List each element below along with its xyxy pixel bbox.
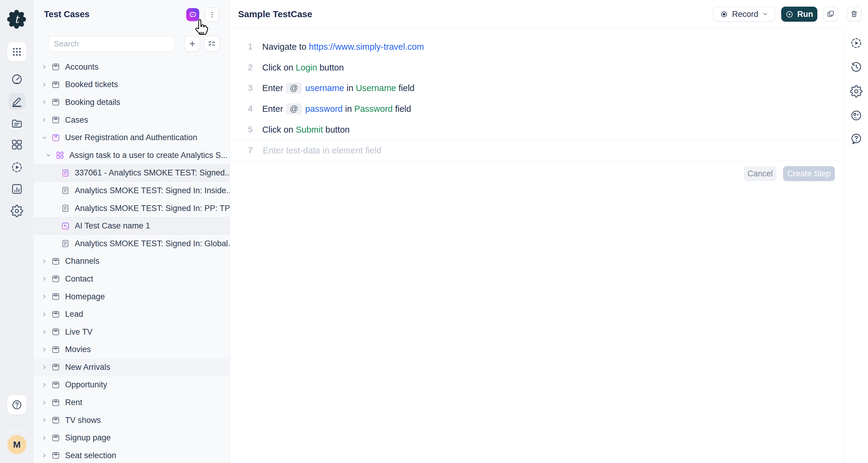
new-step-input[interactable] <box>262 145 625 156</box>
record-icon <box>720 10 728 19</box>
test-data-chip: @ <box>286 103 301 115</box>
step-segment-plain: Navigate to <box>262 42 309 52</box>
tree-item[interactable]: Assign task to a user to create Analytic… <box>34 147 230 164</box>
nav-dashboard-button[interactable] <box>10 72 24 87</box>
tree-item[interactable]: User Registration and Authentication <box>34 129 230 147</box>
tree-item[interactable]: Booked tickets <box>34 76 230 94</box>
bulk-select-button[interactable] <box>204 36 220 52</box>
chevron-right-icon <box>41 117 48 123</box>
tree-item-label: Analytics SMOKE TEST: Signed In: Global.… <box>75 239 230 248</box>
create-step-button[interactable]: Create Step <box>783 166 835 181</box>
step-segment-plain: in <box>343 104 354 114</box>
nav-settings-button[interactable] <box>10 204 24 218</box>
test-step-row[interactable]: 4 Enter @password in Password field <box>230 99 844 119</box>
tree-item[interactable]: Analytics SMOKE TEST: Signed In: PP: TP.… <box>34 199 230 217</box>
rail-feedback-button[interactable] <box>849 108 864 123</box>
logo-icon: t <box>7 10 26 29</box>
tree-item[interactable]: Analytics SMOKE TEST: Signed In: Inside.… <box>34 182 230 199</box>
user-avatar[interactable]: M <box>7 435 27 454</box>
package-icon <box>51 62 60 71</box>
right-tool-rail <box>844 0 868 463</box>
delete-button[interactable] <box>847 7 861 21</box>
tree-item-label: Rent <box>65 398 82 407</box>
tree-item[interactable]: Rent <box>34 394 230 411</box>
plus-icon <box>188 39 196 48</box>
test-steps-list: 1 Navigate to https://www.simply-travel.… <box>230 28 844 181</box>
nav-reports-button[interactable] <box>10 182 24 196</box>
help-icon <box>11 399 23 410</box>
cancel-button[interactable]: Cancel <box>744 166 776 181</box>
package-icon <box>51 80 60 89</box>
step-segment-plain: field <box>393 104 411 114</box>
doc-icon <box>61 239 70 248</box>
duplicate-button[interactable] <box>824 7 838 21</box>
step-segment-plain: Enter <box>262 83 285 93</box>
more-options-button[interactable] <box>205 7 219 22</box>
nav-folder-button[interactable] <box>10 116 24 131</box>
rail-dry-run-button[interactable] <box>849 36 864 50</box>
nav-edit-button[interactable] <box>8 93 25 110</box>
tree-item-label: Homepage <box>65 292 105 302</box>
package-icon <box>51 116 60 124</box>
tree-item[interactable]: 337061 - Analytics SMOKE TEST: Signed... <box>34 164 230 182</box>
edit-icon <box>10 95 23 107</box>
tree-item-label: Contact <box>65 274 93 284</box>
tree-item[interactable]: AI Test Case name 1 <box>34 217 230 235</box>
test-step-row[interactable]: 3 Enter @username in Username field <box>230 78 844 99</box>
step-segment-element: Password <box>354 104 393 114</box>
tree-item[interactable]: TV shows <box>34 411 230 429</box>
package-icon <box>51 451 60 460</box>
tree-item[interactable]: Seat selection <box>34 447 230 463</box>
tree-item[interactable]: Channels <box>34 253 230 270</box>
run-button[interactable]: Run <box>781 7 817 22</box>
tree-item[interactable]: Homepage <box>34 288 230 306</box>
search-input[interactable] <box>48 36 175 52</box>
tree-item[interactable]: Booking details <box>34 93 230 111</box>
nav-apps-grid-button[interactable] <box>7 42 27 61</box>
step-segment-plain: button <box>317 63 344 73</box>
tree-item-label: Movies <box>65 345 91 354</box>
package-grad-icon <box>51 133 60 142</box>
tree-item[interactable]: Accounts <box>34 58 230 76</box>
package-icon <box>51 292 60 301</box>
header-divider <box>230 28 868 29</box>
step-number: 5 <box>230 125 253 134</box>
test-step-row[interactable]: 2 Click on Login button <box>230 57 844 78</box>
add-test-case-button[interactable] <box>184 36 200 52</box>
tree-item[interactable]: Contact <box>34 270 230 288</box>
record-button[interactable]: Record <box>713 7 775 22</box>
tree-item[interactable]: Live TV <box>34 323 230 341</box>
ai-assistant-button[interactable] <box>186 8 199 21</box>
rail-settings-button[interactable] <box>849 84 864 99</box>
tree-item[interactable]: Cases <box>34 111 230 129</box>
new-step-row[interactable]: 7 <box>230 140 844 161</box>
step-actions: Cancel Create Step <box>230 161 844 181</box>
tree-item[interactable]: New Arrivals <box>34 359 230 376</box>
tree-item-label: User Registration and Authentication <box>65 133 197 142</box>
test-step-row[interactable]: 1 Navigate to https://www.simply-travel.… <box>230 36 844 57</box>
rail-history-button[interactable] <box>849 60 864 74</box>
tree-item[interactable]: Movies <box>34 341 230 359</box>
trash-icon <box>850 10 858 18</box>
record-label: Record <box>732 10 758 19</box>
nav-grid-button[interactable] <box>10 137 24 152</box>
tree-item[interactable]: Lead <box>34 305 230 323</box>
chevron-right-icon <box>41 293 48 300</box>
nav-dry-run-button[interactable] <box>10 160 24 175</box>
test-step-row[interactable]: 5 Click on Submit button <box>230 119 844 140</box>
step-text: Navigate to https://www.simply-travel.co… <box>262 42 424 52</box>
step-number: 1 <box>230 42 253 52</box>
test-case-editor: Sample TestCase Record Run 1 Navigate to… <box>230 0 844 463</box>
tree-item[interactable]: Opportunity <box>34 376 230 394</box>
rail-help-bubble-button[interactable] <box>849 131 864 146</box>
help-button[interactable] <box>7 395 27 414</box>
step-segment-plain: Enter <box>262 104 285 114</box>
tree-item[interactable]: Signup page <box>34 429 230 447</box>
step-segment-element: Username <box>355 83 396 93</box>
package-icon <box>51 363 60 372</box>
app-logo: t <box>7 10 26 29</box>
tree-item[interactable]: Analytics SMOKE TEST: Signed In: Global.… <box>34 235 230 253</box>
folder-icon <box>10 117 23 130</box>
chevron-right-icon <box>41 435 48 441</box>
reports-icon <box>10 183 23 195</box>
